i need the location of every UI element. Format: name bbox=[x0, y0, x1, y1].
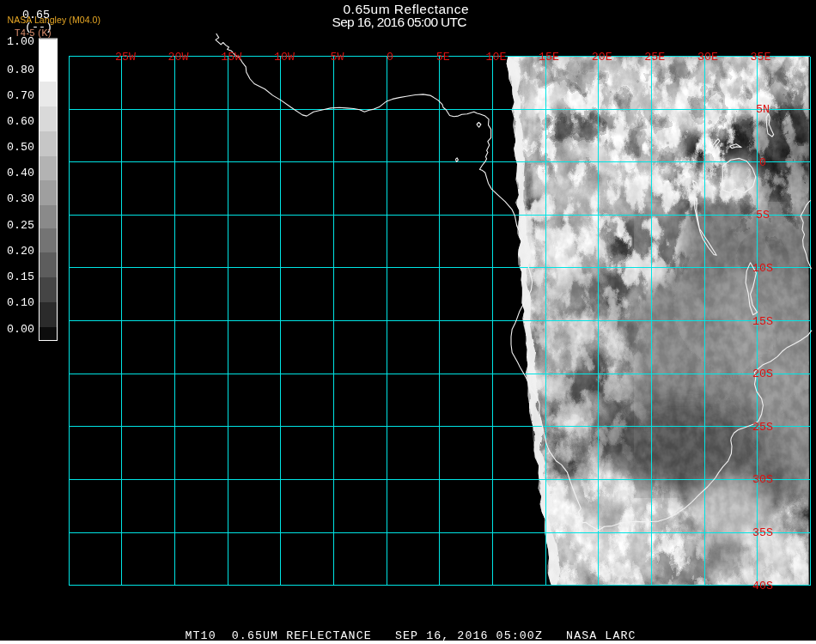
svg-text:40S: 40S bbox=[752, 580, 773, 592]
svg-text:0.10: 0.10 bbox=[7, 296, 34, 309]
svg-text:5E: 5E bbox=[436, 51, 450, 64]
svg-text:25E: 25E bbox=[644, 51, 665, 64]
svg-text:15W: 15W bbox=[221, 51, 241, 64]
svg-text:0.30: 0.30 bbox=[7, 192, 34, 205]
svg-text:MT10 0.65UM REFLECTANCE SEP: MT10 0.65UM REFLECTANCE SEP 16, 2016 05:… bbox=[186, 629, 636, 642]
svg-text:20W: 20W bbox=[168, 51, 189, 64]
svg-text:15E: 15E bbox=[539, 51, 559, 64]
svg-text:25S: 25S bbox=[752, 421, 773, 434]
svg-text:0.80: 0.80 bbox=[7, 64, 34, 76]
svg-text:Sep 16, 2016 05:00 UTC: Sep 16, 2016 05:00 UTC bbox=[332, 15, 467, 29]
svg-text:10E: 10E bbox=[485, 51, 506, 64]
svg-text:35S: 35S bbox=[752, 526, 773, 539]
svg-text:0.40: 0.40 bbox=[7, 167, 34, 179]
svg-text:0: 0 bbox=[759, 156, 766, 169]
svg-text:0.50: 0.50 bbox=[7, 141, 34, 154]
svg-text:5S: 5S bbox=[756, 209, 770, 222]
svg-text:0.20: 0.20 bbox=[7, 245, 34, 258]
svg-text:30S: 30S bbox=[752, 473, 773, 486]
svg-text:30E: 30E bbox=[697, 51, 718, 64]
svg-text:10W: 10W bbox=[274, 51, 295, 64]
svg-text:20E: 20E bbox=[592, 51, 612, 64]
svg-text:20S: 20S bbox=[752, 368, 773, 380]
svg-text:T4-5 (K): T4-5 (K) bbox=[15, 27, 52, 38]
svg-text:0.25: 0.25 bbox=[7, 219, 34, 232]
svg-text:NASA Langley (M04.0): NASA Langley (M04.0) bbox=[8, 15, 101, 25]
svg-text:15S: 15S bbox=[752, 315, 773, 328]
svg-text:0.70: 0.70 bbox=[7, 89, 34, 102]
svg-text:0.00: 0.00 bbox=[7, 323, 34, 336]
svg-text:25W: 25W bbox=[115, 51, 136, 64]
svg-text:0: 0 bbox=[387, 51, 393, 64]
svg-text:0.60: 0.60 bbox=[7, 115, 34, 128]
svg-text:10S: 10S bbox=[752, 262, 773, 275]
svg-text:5N: 5N bbox=[756, 103, 770, 116]
svg-text:35E: 35E bbox=[751, 51, 771, 64]
svg-text:5W: 5W bbox=[331, 51, 344, 64]
svg-text:0.15: 0.15 bbox=[7, 270, 34, 283]
